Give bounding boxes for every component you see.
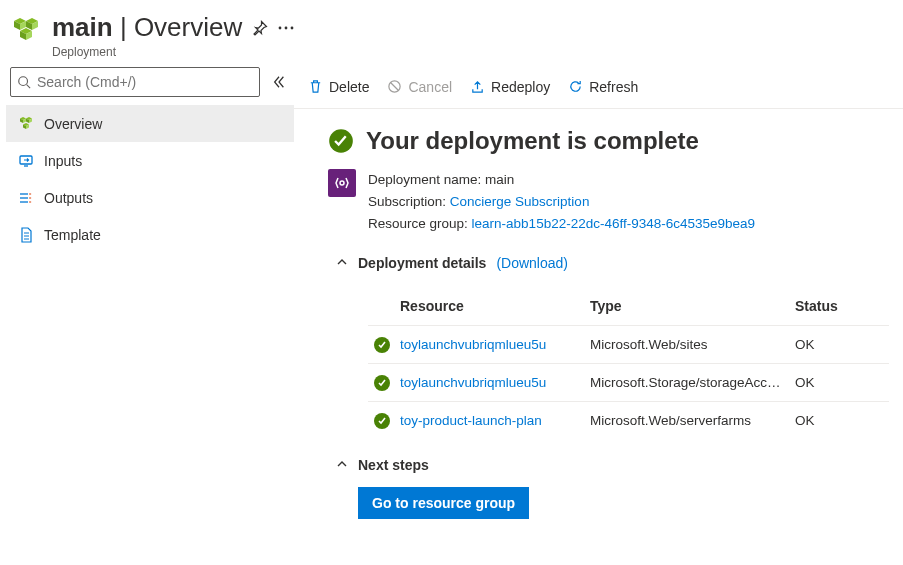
refresh-icon [568, 79, 583, 94]
resource-link[interactable]: toy-product-launch-plan [400, 413, 590, 428]
page-subtitle: Deployment [52, 45, 294, 59]
main-panel: Delete Cancel Redeploy Refresh [294, 65, 903, 565]
next-steps-toggle[interactable]: Next steps [336, 457, 889, 473]
svg-point-10 [285, 26, 288, 29]
more-icon[interactable] [278, 26, 294, 30]
outputs-icon [18, 190, 34, 206]
svg-point-12 [19, 77, 28, 86]
svg-point-9 [279, 26, 282, 29]
next-steps-title: Next steps [358, 457, 429, 473]
resource-type: Microsoft.Web/sites [590, 337, 795, 352]
redeploy-label: Redeploy [491, 79, 550, 95]
toolbar: Delete Cancel Redeploy Refresh [294, 65, 903, 109]
table-row: toylaunchvubriqmlueu5u Microsoft.Web/sit… [368, 325, 889, 363]
sidebar-item-label: Overview [44, 116, 102, 132]
sub-label: Subscription: [368, 194, 446, 209]
inputs-icon [18, 153, 34, 169]
subscription-link[interactable]: Concierge Subscription [450, 194, 590, 209]
sidebar-item-label: Template [44, 227, 101, 243]
resource-type: Microsoft.Web/serverfarms [590, 413, 795, 428]
cancel-icon [387, 79, 402, 94]
deployment-info: Deployment name: main Subscription: Conc… [368, 169, 755, 235]
delete-label: Delete [329, 79, 369, 95]
rg-label: Resource group: [368, 216, 468, 231]
resource-status: OK [795, 413, 865, 428]
title-sep: | [113, 12, 134, 42]
status-ok-icon [374, 375, 390, 391]
template-icon [18, 227, 34, 243]
deployment-icon [8, 12, 44, 48]
arm-template-icon [328, 169, 356, 197]
cubes-icon [18, 116, 34, 132]
status-title: Your deployment is complete [366, 127, 699, 155]
trash-icon [308, 79, 323, 94]
col-resource: Resource [400, 298, 590, 314]
sidebar-item-overview[interactable]: Overview [6, 105, 294, 142]
table-header: Resource Type Status [368, 287, 889, 325]
title-section: Overview [134, 12, 242, 42]
status-ok-icon [374, 413, 390, 429]
chevron-down-icon [336, 257, 348, 269]
go-to-resource-group-button[interactable]: Go to resource group [358, 487, 529, 519]
dep-name-label: Deployment name: [368, 172, 481, 187]
sidebar-item-outputs[interactable]: Outputs [6, 179, 294, 216]
resource-link[interactable]: toylaunchvubriqmlueu5u [400, 337, 590, 352]
deployment-details-toggle[interactable]: Deployment details (Download) [336, 255, 889, 271]
page-header: main | Overview Deployment [0, 0, 903, 65]
svg-line-32 [391, 83, 399, 91]
resource-link[interactable]: toylaunchvubriqmlueu5u [400, 375, 590, 390]
resources-table: Resource Type Status toylaunchvubriqmlue… [368, 287, 889, 439]
resource-status: OK [795, 375, 865, 390]
chevron-down-icon [336, 459, 348, 471]
delete-button[interactable]: Delete [308, 79, 369, 95]
search-input-wrap[interactable] [10, 67, 260, 97]
resource-status: OK [795, 337, 865, 352]
col-status: Status [795, 298, 865, 314]
deployment-details-title: Deployment details [358, 255, 486, 271]
sidebar-nav: Overview Inputs Outputs Template [6, 105, 294, 253]
sidebar-item-inputs[interactable]: Inputs [6, 142, 294, 179]
page-title: main | Overview [52, 12, 242, 43]
col-type: Type [590, 298, 795, 314]
resource-group-link[interactable]: learn-abb15b22-22dc-46ff-9348-6c4535e9be… [472, 216, 755, 231]
dep-name-value: main [485, 172, 514, 187]
table-row: toy-product-launch-plan Microsoft.Web/se… [368, 401, 889, 439]
search-icon [17, 75, 31, 89]
sidebar-item-label: Inputs [44, 153, 82, 169]
table-row: toylaunchvubriqmlueu5u Microsoft.Storage… [368, 363, 889, 401]
status-ok-icon [374, 337, 390, 353]
redeploy-button[interactable]: Redeploy [470, 79, 550, 95]
resource-type: Microsoft.Storage/storageAcc… [590, 375, 795, 390]
sidebar: Overview Inputs Outputs Template [0, 65, 294, 565]
collapse-sidebar-icon[interactable] [268, 71, 290, 93]
search-input[interactable] [37, 74, 253, 90]
upload-icon [470, 79, 485, 94]
refresh-label: Refresh [589, 79, 638, 95]
refresh-button[interactable]: Refresh [568, 79, 638, 95]
pin-icon[interactable] [252, 20, 268, 36]
cancel-label: Cancel [408, 79, 452, 95]
sidebar-item-template[interactable]: Template [6, 216, 294, 253]
sidebar-item-label: Outputs [44, 190, 93, 206]
cancel-button: Cancel [387, 79, 452, 95]
svg-point-34 [340, 181, 344, 185]
svg-point-11 [291, 26, 294, 29]
success-check-icon [328, 128, 354, 154]
svg-line-13 [27, 85, 31, 89]
download-link[interactable]: (Download) [496, 255, 568, 271]
title-main: main [52, 12, 113, 42]
